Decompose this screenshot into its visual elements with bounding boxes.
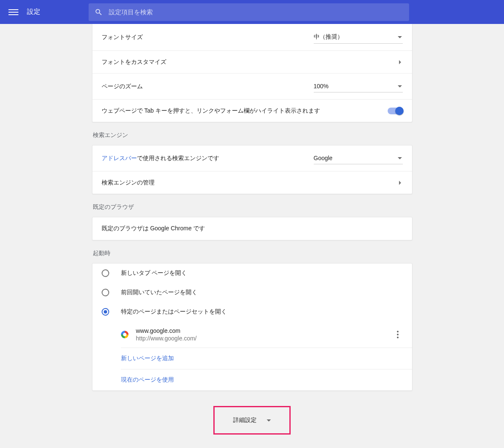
tab-highlight-row: ウェブページで Tab キーを押すと、リンクやフォーム欄がハイライト表示されます bbox=[92, 99, 412, 122]
dropdown-caret-icon bbox=[398, 36, 402, 38]
use-current-page-link[interactable]: 現在のページを使用 bbox=[121, 369, 412, 390]
startup-option-continue[interactable]: 前回開いていたページを開く bbox=[92, 283, 412, 302]
manage-search-engines-row[interactable]: 検索エンジンの管理 bbox=[92, 171, 412, 194]
search-engine-row: アドレスバーで使用される検索エンジンです Google bbox=[92, 145, 412, 171]
font-size-label: フォントサイズ bbox=[102, 34, 314, 41]
startup-page-url: http://www.google.com/ bbox=[136, 335, 393, 342]
page-zoom-label: ページのズーム bbox=[102, 83, 314, 90]
page-zoom-row: ページのズーム 100% bbox=[92, 73, 412, 99]
app-header: 設定 bbox=[0, 0, 504, 24]
dropdown-caret-icon bbox=[398, 157, 402, 159]
appearance-card: フォントサイズ 中（推奨） フォントをカスタマイズ ページのズーム 100% ウ… bbox=[92, 24, 412, 122]
add-page-link[interactable]: 新しいページを追加 bbox=[121, 348, 412, 369]
advanced-wrap: 詳細設定 bbox=[92, 406, 412, 435]
page-zoom-value: 100% bbox=[314, 83, 329, 90]
search-engine-value: Google bbox=[314, 155, 333, 161]
customize-fonts-label: フォントをカスタマイズ bbox=[102, 58, 399, 66]
startup-specific-label: 特定のページまたはページセットを開く bbox=[121, 308, 227, 316]
tab-highlight-label: ウェブページで Tab キーを押すと、リンクやフォーム欄がハイライト表示されます bbox=[102, 107, 388, 115]
startup-newtab-label: 新しいタブ ページを開く bbox=[121, 269, 187, 277]
manage-search-engines-label: 検索エンジンの管理 bbox=[102, 179, 399, 187]
startup-continue-label: 前回開いていたページを開く bbox=[121, 289, 197, 296]
startup-page-title: www.google.com bbox=[136, 327, 393, 334]
google-favicon-icon bbox=[121, 331, 129, 338]
startup-option-newtab[interactable]: 新しいタブ ページを開く bbox=[92, 264, 412, 283]
more-vert-icon[interactable] bbox=[393, 328, 403, 341]
startup-card: 新しいタブ ページを開く 前回開いていたページを開く 特定のページまたはページセ… bbox=[92, 263, 412, 391]
default-browser-row: 既定のブラウザは Google Chrome です bbox=[92, 217, 412, 240]
radio-selected-icon bbox=[102, 308, 109, 316]
font-size-select[interactable]: 中（推奨） bbox=[314, 31, 403, 44]
chevron-right-icon bbox=[399, 181, 401, 185]
dropdown-caret-icon bbox=[398, 85, 402, 87]
addressbar-link[interactable]: アドレスバー bbox=[102, 155, 137, 161]
section-search-engine: 検索エンジン bbox=[93, 132, 412, 139]
startup-page-entry: www.google.com http://www.google.com/ bbox=[121, 322, 412, 348]
menu-icon[interactable] bbox=[8, 7, 18, 17]
search-box[interactable] bbox=[89, 3, 409, 21]
startup-option-specific[interactable]: 特定のページまたはページセットを開く bbox=[92, 302, 412, 322]
default-browser-card: 既定のブラウザは Google Chrome です bbox=[92, 217, 412, 240]
search-engine-card: アドレスバーで使用される検索エンジンです Google 検索エンジンの管理 bbox=[92, 145, 412, 194]
radio-icon bbox=[102, 289, 109, 296]
font-size-value: 中（推奨） bbox=[314, 33, 343, 41]
font-size-row: フォントサイズ 中（推奨） bbox=[92, 24, 412, 50]
settings-content: フォントサイズ 中（推奨） フォントをカスタマイズ ページのズーム 100% ウ… bbox=[92, 24, 412, 448]
advanced-settings-button[interactable]: 詳細設定 bbox=[213, 406, 291, 435]
chevron-right-icon bbox=[399, 60, 401, 64]
dropdown-caret-icon bbox=[267, 419, 271, 422]
page-title: 設定 bbox=[27, 8, 40, 16]
search-engine-select[interactable]: Google bbox=[314, 152, 403, 164]
tab-highlight-toggle[interactable] bbox=[388, 108, 403, 114]
section-default-browser: 既定のブラウザ bbox=[93, 203, 412, 211]
radio-icon bbox=[102, 269, 109, 277]
customize-fonts-row[interactable]: フォントをカスタマイズ bbox=[92, 50, 412, 73]
startup-pages-subsection: www.google.com http://www.google.com/ 新し… bbox=[121, 322, 412, 390]
search-input[interactable] bbox=[109, 8, 403, 16]
advanced-label: 詳細設定 bbox=[233, 416, 257, 424]
search-icon bbox=[94, 8, 103, 16]
default-browser-text: 既定のブラウザは Google Chrome です bbox=[102, 225, 403, 232]
search-engine-label: アドレスバーで使用される検索エンジンです bbox=[102, 155, 314, 162]
section-startup: 起動時 bbox=[93, 250, 412, 257]
page-zoom-select[interactable]: 100% bbox=[314, 80, 403, 92]
search-engine-text: で使用される検索エンジンです bbox=[137, 155, 219, 161]
